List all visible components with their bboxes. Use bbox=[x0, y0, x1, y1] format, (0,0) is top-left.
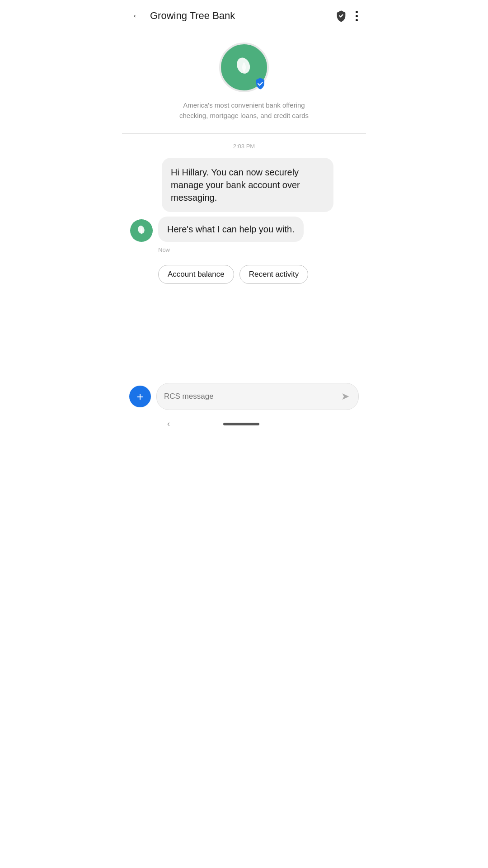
chat-area: 2:03 PM Hi Hillary. You can now securely… bbox=[122, 134, 366, 377]
header-actions bbox=[335, 9, 358, 22]
bot-avatar bbox=[130, 219, 153, 242]
add-button[interactable]: + bbox=[129, 386, 151, 407]
profile-description: America's most convenient bank offering … bbox=[172, 100, 316, 121]
message-input[interactable] bbox=[164, 392, 339, 401]
nav-back-icon[interactable]: ‹ bbox=[167, 419, 170, 429]
send-button[interactable]: ➤ bbox=[339, 389, 351, 404]
messages-container: 2:03 PM Hi Hillary. You can now securely… bbox=[122, 134, 366, 377]
message-time: Now bbox=[158, 246, 358, 253]
nav-home-pill[interactable] bbox=[223, 423, 259, 425]
quick-replies: Account balance Recent activity bbox=[158, 265, 358, 284]
more-options-icon[interactable] bbox=[356, 9, 358, 22]
profile-section: America's most convenient bank offering … bbox=[122, 32, 366, 134]
avatar-wrap bbox=[219, 42, 269, 92]
page-title: Growing Tree Bank bbox=[150, 10, 335, 22]
message-input-wrap: ➤ bbox=[156, 383, 359, 410]
nav-bar: ‹ bbox=[122, 415, 366, 434]
input-bar: + ➤ bbox=[122, 377, 366, 415]
verified-badge-icon bbox=[253, 77, 267, 90]
verified-shield-icon[interactable] bbox=[335, 9, 347, 22]
message-bubble-2: Here's what I can help you with. bbox=[158, 217, 304, 242]
message-bubble-1: Hi Hillary. You can now securely manage … bbox=[162, 158, 333, 212]
back-button[interactable]: ← bbox=[130, 8, 144, 24]
header: ← Growing Tree Bank bbox=[122, 0, 366, 32]
recent-activity-button[interactable]: Recent activity bbox=[239, 265, 309, 284]
account-balance-button[interactable]: Account balance bbox=[158, 265, 234, 284]
message-timestamp: 2:03 PM bbox=[130, 143, 358, 150]
message-row-2: Here's what I can help you with. bbox=[130, 217, 358, 242]
